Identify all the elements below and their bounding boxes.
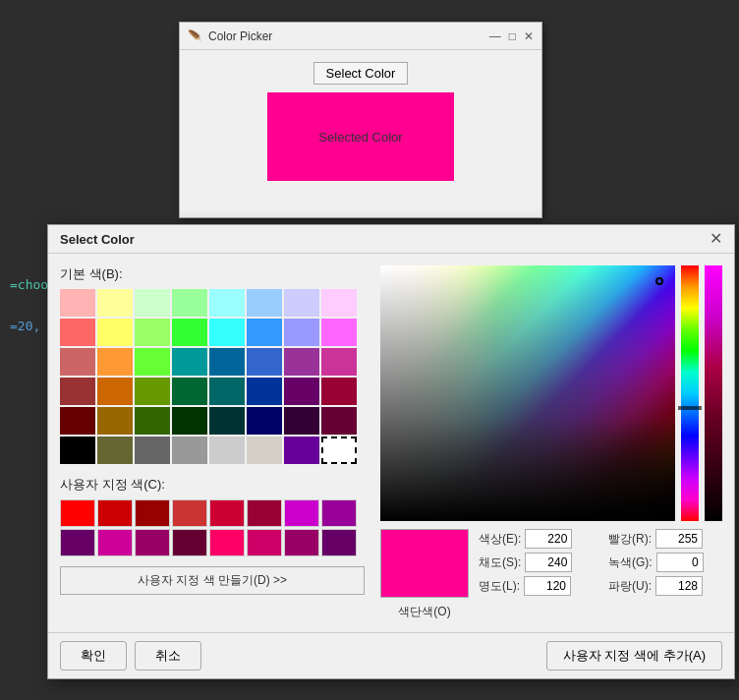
basic-color-cell[interactable] — [284, 378, 319, 405]
left-panel: 기본 색(B): 사용자 지정 색(C): 사용자 지정 색 만들기(D) >> — [60, 265, 365, 620]
basic-color-cell[interactable] — [321, 407, 357, 435]
custom-color-cell[interactable] — [172, 529, 207, 556]
basic-color-cell[interactable] — [97, 437, 133, 464]
custom-color-cell[interactable] — [209, 499, 245, 527]
basic-color-cell[interactable] — [284, 289, 319, 317]
green-input[interactable] — [656, 553, 704, 572]
lightness-input[interactable] — [524, 576, 571, 596]
basic-color-cell[interactable] — [60, 319, 95, 346]
basic-color-cell[interactable] — [60, 437, 95, 464]
basic-color-cell[interactable] — [209, 437, 245, 464]
color-spectrum-area — [380, 265, 722, 521]
basic-color-cell[interactable] — [135, 437, 170, 464]
custom-color-cell[interactable] — [247, 499, 282, 527]
basic-color-cell[interactable] — [97, 289, 133, 317]
saturation-input[interactable] — [525, 553, 572, 572]
basic-color-cell[interactable] — [284, 407, 319, 435]
basic-color-cell[interactable] — [172, 407, 207, 435]
minimize-btn[interactable]: — — [489, 29, 501, 43]
basic-color-cell[interactable] — [172, 319, 207, 346]
hue-label: 색상(E): — [479, 531, 521, 548]
red-input[interactable] — [655, 529, 703, 549]
basic-color-cell[interactable] — [209, 378, 245, 405]
basic-color-cell[interactable] — [284, 319, 319, 346]
maximize-btn[interactable]: □ — [509, 29, 516, 43]
basic-color-cell[interactable] — [209, 319, 245, 346]
app-icon: 🪶 — [188, 29, 202, 43]
close-btn[interactable]: ✕ — [524, 29, 534, 43]
basic-color-cell[interactable] — [97, 319, 133, 346]
confirm-button[interactable]: 확인 — [60, 641, 127, 671]
custom-color-cell[interactable] — [135, 529, 170, 556]
basic-color-cell[interactable] — [321, 289, 357, 317]
custom-colors-label: 사용자 지정 색(C): — [60, 476, 365, 494]
custom-color-cell[interactable] — [60, 529, 95, 556]
basic-color-cell[interactable] — [321, 378, 357, 405]
main-title-left: 🪶 Color Picker — [188, 29, 272, 43]
dialog-color-preview — [380, 529, 469, 598]
basic-color-cell[interactable] — [321, 319, 357, 346]
basic-color-cell[interactable] — [247, 437, 282, 464]
dialog-title-bar: Select Color ✕ — [48, 225, 734, 254]
basic-color-cell[interactable] — [135, 319, 170, 346]
brightness-slider[interactable] — [705, 265, 722, 521]
custom-color-grid — [60, 499, 365, 556]
basic-color-cell[interactable] — [209, 348, 245, 376]
basic-color-cell[interactable] — [284, 348, 319, 376]
color-info: 색단색(O) 색상(E): 빨강(R): 채도(S): — [380, 529, 722, 620]
custom-color-cell[interactable] — [60, 499, 95, 527]
hue-input[interactable] — [525, 529, 572, 549]
cancel-button[interactable]: 취소 — [135, 641, 201, 671]
basic-color-grid — [60, 289, 365, 464]
main-window-title: Color Picker — [208, 29, 272, 43]
custom-color-cell[interactable] — [135, 499, 170, 527]
custom-color-cell[interactable] — [284, 529, 319, 556]
main-content: Select Color Selected Color — [180, 50, 541, 193]
basic-color-cell[interactable] — [247, 319, 282, 346]
basic-color-cell[interactable] — [321, 437, 357, 464]
basic-color-cell[interactable] — [247, 289, 282, 317]
basic-color-cell[interactable] — [284, 437, 319, 464]
make-custom-color-button[interactable]: 사용자 지정 색 만들기(D) >> — [60, 566, 365, 595]
blue-input[interactable] — [655, 576, 703, 596]
custom-color-cell[interactable] — [209, 529, 245, 556]
basic-color-cell[interactable] — [172, 289, 207, 317]
basic-color-cell[interactable] — [247, 407, 282, 435]
custom-color-cell[interactable] — [97, 499, 133, 527]
custom-color-cell[interactable] — [172, 499, 207, 527]
basic-color-cell[interactable] — [97, 378, 133, 405]
hue-slider[interactable] — [681, 265, 699, 521]
custom-color-cell[interactable] — [284, 499, 319, 527]
custom-color-cell[interactable] — [321, 499, 357, 527]
custom-color-cell[interactable] — [247, 529, 282, 556]
color-spectrum[interactable] — [380, 265, 675, 521]
basic-color-cell[interactable] — [321, 348, 357, 376]
dialog-close-button[interactable]: ✕ — [710, 231, 722, 247]
basic-color-cell[interactable] — [60, 289, 95, 317]
basic-color-cell[interactable] — [209, 407, 245, 435]
basic-color-cell[interactable] — [60, 378, 95, 405]
select-color-button[interactable]: Select Color — [313, 62, 409, 85]
custom-color-cell[interactable] — [97, 529, 133, 556]
basic-color-cell[interactable] — [97, 407, 133, 435]
basic-color-cell[interactable] — [135, 348, 170, 376]
basic-color-cell[interactable] — [209, 289, 245, 317]
basic-color-cell[interactable] — [247, 378, 282, 405]
basic-color-cell[interactable] — [247, 348, 282, 376]
custom-color-cell[interactable] — [321, 529, 357, 556]
basic-color-cell[interactable] — [60, 348, 95, 376]
basic-color-cell[interactable] — [172, 348, 207, 376]
basic-color-cell[interactable] — [97, 348, 133, 376]
solid-color-label: 색단색(O) — [398, 604, 450, 620]
basic-color-cell[interactable] — [135, 289, 170, 317]
saturation-label: 채도(S): — [479, 554, 521, 571]
basic-color-cell[interactable] — [172, 437, 207, 464]
red-label: 빨강(R): — [608, 531, 652, 548]
add-custom-color-button[interactable]: 사용자 지정 색에 추가(A) — [546, 641, 722, 671]
color-values: 색상(E): 빨강(R): 채도(S): 녹색(G): — [479, 529, 722, 596]
basic-color-cell[interactable] — [172, 378, 207, 405]
basic-color-cell[interactable] — [135, 407, 170, 435]
basic-color-cell[interactable] — [60, 407, 95, 435]
green-row: 녹색(G): — [608, 553, 722, 572]
basic-color-cell[interactable] — [135, 378, 170, 405]
